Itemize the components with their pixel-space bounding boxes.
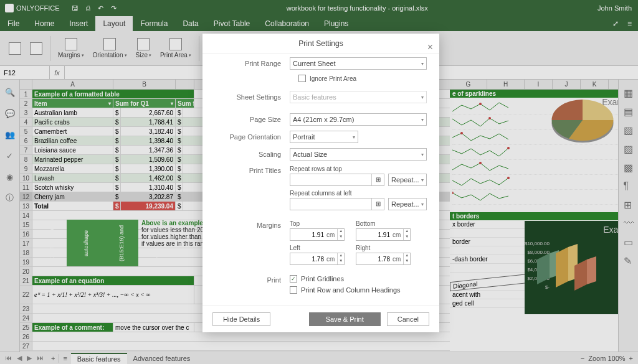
label-repeat-rows: Repeat rows at top	[290, 166, 427, 172]
range-select-icon[interactable]: ⊞	[371, 174, 384, 185]
spinner-up-icon[interactable]: ▲	[404, 253, 410, 259]
spinner-up-icon[interactable]: ▲	[338, 253, 344, 259]
select-repeat-cols[interactable]: Repeat...▾	[388, 198, 427, 210]
input-margin-right[interactable]: cm▲▼	[356, 253, 411, 265]
checkbox-ignore-print-area[interactable]: Ignore Print Area	[298, 75, 356, 82]
label-margins: Margins	[215, 220, 290, 229]
chevron-down-icon: ▾	[421, 152, 424, 157]
label-margin-left: Left	[290, 245, 345, 251]
label-print-range: Print Range	[215, 60, 290, 67]
checkbox-icon	[290, 286, 297, 294]
save-print-button[interactable]: Save & Print	[309, 312, 381, 326]
unit-label: cm	[393, 256, 403, 263]
spinner-up-icon[interactable]: ▲	[404, 229, 410, 235]
hide-details-button[interactable]: Hide Details	[212, 312, 270, 326]
chevron-down-icon: ▾	[421, 61, 424, 67]
dialog-body: Print Range Current Sheet▾ Ignore Print …	[202, 54, 439, 305]
print-settings-dialog: Print Settings × Print Range Current She…	[202, 34, 439, 332]
input-repeat-cols[interactable]: ⊞	[290, 198, 384, 210]
spinner-down-icon[interactable]: ▼	[338, 235, 344, 240]
label-margin-right: Right	[356, 245, 411, 251]
input-margin-top[interactable]: cm▲▼	[290, 228, 345, 241]
select-repeat-rows[interactable]: Repeat...▾	[388, 174, 427, 186]
spinner-down-icon[interactable]: ▼	[338, 259, 344, 264]
spinner-up-icon[interactable]: ▲	[338, 229, 344, 235]
label-print: Print	[215, 275, 290, 284]
dialog-title: Print Settings	[298, 39, 343, 48]
checkbox-rowcol-headings[interactable]: Print Row and Column Headings	[290, 286, 427, 294]
label-sheet-settings: Sheet Settings	[215, 93, 290, 101]
margin-bottom-field[interactable]	[356, 231, 393, 238]
chevron-down-icon: ▾	[353, 134, 355, 140]
label-repeat-cols: Repeat columns at left	[290, 190, 427, 197]
select-sheet[interactable]: Basic features▾	[290, 91, 427, 103]
input-margin-left[interactable]: cm▲▼	[290, 253, 345, 265]
close-icon[interactable]: ×	[427, 37, 433, 57]
chevron-down-icon: ▾	[421, 177, 424, 183]
label-scaling: Scaling	[215, 151, 290, 158]
label-print-titles: Print Titles	[215, 166, 290, 174]
checkbox-icon: ✓	[290, 275, 297, 282]
label-margin-bottom: Bottom	[356, 220, 411, 227]
label-orientation: Page Orientation	[215, 133, 290, 141]
spinner-down-icon[interactable]: ▼	[404, 259, 410, 264]
select-orientation[interactable]: Portrait▾	[290, 131, 358, 143]
input-margin-bottom[interactable]: cm▲▼	[356, 228, 411, 241]
margin-left-field[interactable]	[290, 256, 326, 263]
checkbox-icon	[298, 75, 306, 82]
margin-top-field[interactable]	[290, 231, 326, 238]
select-scaling[interactable]: Actual Size▾	[290, 148, 427, 161]
cancel-button[interactable]: Cancel	[387, 312, 429, 326]
dialog-footer: Hide Details Save & Print Cancel	[202, 305, 439, 332]
input-repeat-rows[interactable]: ⊞	[290, 174, 384, 186]
chevron-down-icon: ▾	[421, 202, 424, 207]
label-margin-top: Top	[290, 220, 345, 227]
chevron-down-icon: ▾	[421, 117, 424, 123]
unit-label: cm	[326, 256, 337, 263]
margin-right-field[interactable]	[356, 256, 393, 263]
unit-label: cm	[393, 231, 403, 238]
chevron-down-icon: ▾	[421, 95, 424, 100]
spinner-down-icon[interactable]: ▼	[404, 235, 410, 240]
label-page-size: Page Size	[215, 116, 290, 123]
checkbox-gridlines[interactable]: ✓Print Gridlines	[290, 275, 427, 282]
select-page-size[interactable]: A4 (21cm x 29.7cm)▾	[290, 113, 427, 126]
select-print-range[interactable]: Current Sheet▾	[290, 57, 427, 70]
unit-label: cm	[326, 231, 337, 238]
range-select-icon[interactable]: ⊞	[371, 198, 384, 210]
dialog-title-bar: Print Settings ×	[202, 34, 439, 54]
